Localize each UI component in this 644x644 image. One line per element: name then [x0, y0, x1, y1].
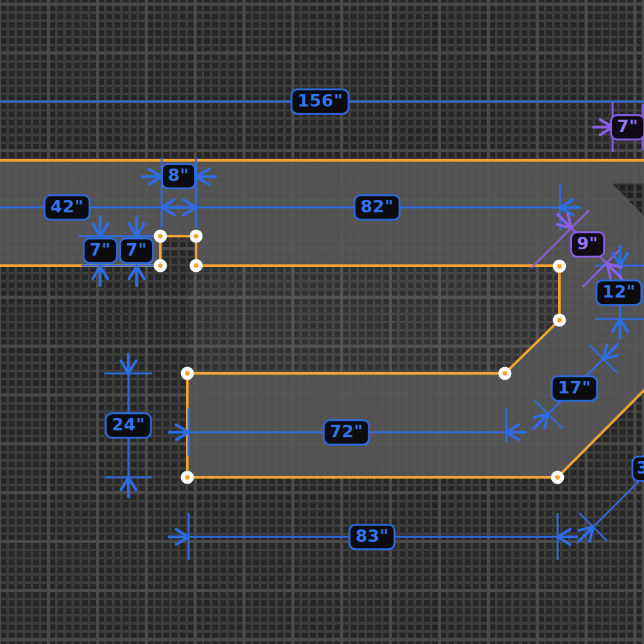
- vertex-handle[interactable]: [499, 367, 512, 380]
- vertex-handle[interactable]: [181, 367, 194, 380]
- dimension-label-7-left[interactable]: 7": [83, 237, 118, 264]
- vertex-handle[interactable]: [553, 260, 566, 273]
- dimension-label-83[interactable]: 83": [348, 524, 395, 550]
- vertex-handle[interactable]: [154, 259, 167, 273]
- dimension-label-partial[interactable]: 3: [631, 455, 644, 482]
- dimension-label-7-right[interactable]: 7": [119, 237, 154, 264]
- vertex-handle[interactable]: [190, 230, 203, 243]
- dimension-label-7-top-right[interactable]: 7": [610, 114, 644, 140]
- dimension-label-12[interactable]: 12": [595, 279, 642, 306]
- design-canvas[interactable]: 156" 7" 8" 42" 82" 7" 7" 9" 12" 17" 24" …: [0, 0, 644, 644]
- dimension-label-17[interactable]: 17": [551, 375, 598, 402]
- dimension-label-9[interactable]: 9": [570, 231, 605, 257]
- vertex-handle[interactable]: [553, 314, 566, 327]
- vertex-handle[interactable]: [154, 230, 167, 243]
- dimension-label-82[interactable]: 82": [353, 194, 400, 221]
- dimension-label-42[interactable]: 42": [43, 194, 90, 221]
- dimension-label-156[interactable]: 156": [291, 88, 350, 115]
- interior-region[interactable]: [189, 266, 559, 373]
- dimension-label-8[interactable]: 8": [161, 163, 196, 189]
- dimension-label-24[interactable]: 24": [105, 412, 152, 439]
- vertex-handle[interactable]: [181, 471, 194, 484]
- vertex-handle[interactable]: [190, 259, 203, 273]
- vertex-handle[interactable]: [551, 471, 564, 484]
- dimension-label-72[interactable]: 72": [323, 419, 370, 445]
